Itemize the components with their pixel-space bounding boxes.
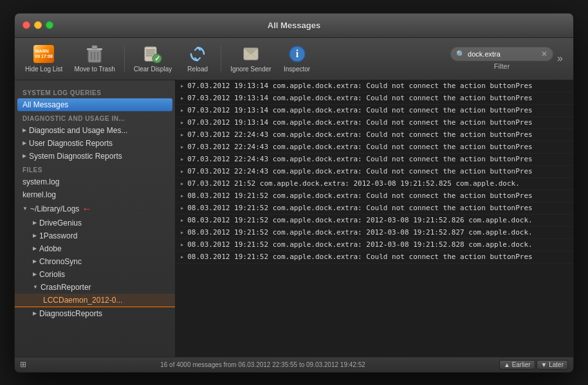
sidebar-item-kernel-log[interactable]: kernel.log — [15, 188, 175, 201]
log-row-triangle: ▶ — [181, 193, 183, 199]
search-clear-icon[interactable]: ✕ — [541, 49, 547, 58]
log-row-triangle: ▶ — [181, 242, 183, 247]
search-box[interactable]: 🔍 ✕ — [450, 47, 553, 61]
log-row-triangle: ▶ — [181, 84, 183, 89]
log-row[interactable]: ▶08.03.2012 19:21:52 com.apple.dock.extr… — [176, 190, 573, 202]
ignore-sender-button[interactable]: Ignore Sender — [225, 41, 276, 76]
svg-rect-8 — [146, 51, 155, 53]
statusbar: ⊞ 16 of 4000 messages from 06.03.2012 22… — [15, 357, 573, 372]
log-row[interactable]: ▶08.03.2012 19:21:52 com.apple.dock.extr… — [176, 227, 573, 239]
svg-rect-2 — [92, 46, 97, 49]
log-row-text: 07.03.2012 19:13:14 com.apple.dock.extra… — [187, 81, 532, 91]
later-button[interactable]: ▼ Later — [537, 360, 568, 370]
toolbar-overflow-button[interactable]: » — [555, 53, 565, 64]
inspector-button[interactable]: i Inspector — [278, 41, 317, 76]
main-content: SYSTEM LOG QUERIES All Messages DIAGNOST… — [15, 80, 573, 357]
log-row[interactable]: ▶08.03.2012 19:21:52 com.apple.dock.extr… — [176, 251, 573, 264]
move-to-trash-button[interactable]: Move to Trash — [69, 41, 120, 76]
diagnosticreports-label: DiagnosticReports — [39, 309, 102, 318]
sidebar-item-all-messages[interactable]: All Messages — [17, 98, 172, 111]
log-row-triangle: ▶ — [181, 181, 183, 186]
triangle-icon: ▼ — [23, 206, 28, 211]
sidebar-item-drivegenius[interactable]: ▶ DriveGenius — [15, 217, 175, 229]
sidebar-item-system-log[interactable]: system.log — [15, 175, 175, 188]
toolbar: WARN09 17:08 Hide Log List Move to Trash — [15, 38, 573, 80]
sidebar-item-diagnosticreports[interactable]: ▶ DiagnosticReports — [15, 307, 175, 320]
system-reports-label: System Diagnostic Reports — [29, 152, 122, 161]
triangle-icon: ▶ — [23, 153, 26, 159]
triangle-icon: ▶ — [33, 246, 37, 251]
section-diagnostic-header: DIAGNOSTIC AND USAGE IN... — [15, 111, 175, 124]
log-row[interactable]: ▶07.03.2012 22:24:43 com.apple.dock.extr… — [176, 129, 573, 141]
1password-label: 1Password — [39, 231, 77, 240]
reload-button[interactable]: Reload — [178, 41, 217, 76]
log-row-triangle: ▶ — [181, 157, 183, 162]
sidebar-item-user-reports[interactable]: ▶ User Diagnostic Reports — [15, 137, 175, 150]
log-content[interactable]: ▶07.03.2012 19:13:14 com.apple.dock.extr… — [176, 80, 573, 357]
log-row[interactable]: ▶07.03.2012 21:52 com.apple.dock.extra: … — [176, 178, 573, 190]
section-queries-header: SYSTEM LOG QUERIES — [15, 85, 175, 98]
inspector-label: Inspector — [284, 66, 310, 73]
log-row[interactable]: ▶07.03.2012 19:13:14 com.apple.dock.extr… — [176, 93, 573, 105]
reload-icon — [187, 44, 208, 64]
titlebar: All Messages — [15, 13, 573, 38]
svg-text:✓: ✓ — [154, 55, 160, 62]
triangle-icon: ▶ — [33, 310, 37, 316]
sidebar-item-diagnostic-usage[interactable]: ▶ Diagnostic and Usage Mes... — [15, 124, 175, 137]
clear-display-label: Clear Display — [134, 66, 172, 73]
log-row[interactable]: ▶08.03.2012 19:21:52 com.apple.dock.extr… — [176, 215, 573, 227]
maximize-button[interactable] — [46, 21, 53, 29]
status-nav: ▲ Earlier ▼ Later — [499, 360, 568, 370]
traffic-lights — [23, 21, 53, 29]
clear-display-button[interactable]: ✓ Clear Display — [129, 41, 177, 76]
log-row[interactable]: ▶07.03.2012 22:24:43 com.apple.dock.extr… — [176, 141, 573, 154]
triangle-icon: ▼ — [33, 284, 38, 290]
minimize-button[interactable] — [34, 21, 42, 29]
log-row[interactable]: ▶07.03.2012 19:13:14 com.apple.dock.extr… — [176, 80, 573, 93]
triangle-icon: ▶ — [23, 140, 26, 146]
inspector-icon: i — [287, 44, 308, 64]
sidebar-item-chronosync[interactable]: ▶ ChronoSync — [15, 255, 175, 268]
triangle-icon: ▶ — [33, 258, 37, 264]
log-row[interactable]: ▶07.03.2012 22:24:43 com.apple.dock.extr… — [176, 154, 573, 166]
log-row[interactable]: ▶08.03.2012 19:21:52 com.apple.dock.extr… — [176, 239, 573, 251]
sidebar-item-adobe[interactable]: ▶ Adobe — [15, 242, 175, 255]
log-row-text: 08.03.2012 19:21:52 com.apple.dock.extra… — [187, 228, 532, 238]
log-row[interactable]: ▶07.03.2012 19:13:14 com.apple.dock.extr… — [176, 117, 573, 129]
log-row-text: 08.03.2012 19:21:52 com.apple.dock.extra… — [187, 215, 532, 226]
triangle-icon: ▶ — [33, 233, 37, 238]
triangle-icon: ▶ — [33, 271, 37, 277]
log-row[interactable]: ▶08.03.2012 19:21:52 com.apple.dock.extr… — [176, 202, 573, 215]
section-files-header: FILES — [15, 163, 175, 175]
sidebar-item-library-logs[interactable]: ▼ ~/Library/Logs ← — [15, 201, 175, 217]
svg-rect-10 — [146, 55, 152, 57]
close-button[interactable] — [23, 21, 30, 29]
library-logs-label: ~/Library/Logs ← — [30, 203, 92, 215]
sidebar-item-system-reports[interactable]: ▶ System Diagnostic Reports — [15, 150, 175, 163]
log-row-text: 08.03.2012 19:21:52 com.apple.dock.extra… — [187, 252, 532, 262]
sidebar-item-lccdaemon[interactable]: LCCDaemon_2012-0... — [15, 294, 175, 307]
diagnostic-usage-label: Diagnostic and Usage Mes... — [29, 126, 127, 135]
earlier-button[interactable]: ▲ Earlier — [499, 360, 535, 370]
log-row-triangle: ▶ — [181, 108, 183, 113]
filter-label: Filter — [494, 62, 510, 70]
crashreporter-label: CrashReporter — [41, 283, 91, 292]
trash-icon — [84, 44, 105, 64]
log-row-text: 07.03.2012 21:52 com.apple.dock.extra: 2… — [187, 179, 520, 189]
sidebar-item-coriolis[interactable]: ▶ Coriolis — [15, 268, 175, 281]
red-arrow-annotation: ← — [82, 203, 92, 215]
log-row[interactable]: ▶07.03.2012 19:13:14 com.apple.dock.extr… — [176, 105, 573, 117]
search-input[interactable] — [468, 50, 538, 58]
log-row[interactable]: ▶07.03.2012 22:24:43 com.apple.dock.extr… — [176, 166, 573, 178]
hide-log-label: Hide Log List — [25, 66, 62, 73]
lccdaemon-label: LCCDaemon_2012-0... — [43, 296, 122, 305]
sidebar-item-1password[interactable]: ▶ 1Password — [15, 229, 175, 242]
hide-log-list-button[interactable]: WARN09 17:08 Hide Log List — [20, 41, 68, 76]
adobe-label: Adobe — [39, 244, 62, 253]
status-photo-icon[interactable]: ⊞ — [20, 360, 26, 369]
ignore-sender-label: Ignore Sender — [230, 66, 271, 73]
log-row-triangle: ▶ — [181, 145, 183, 150]
svg-text:i: i — [295, 48, 299, 59]
sidebar-item-crashreporter[interactable]: ▼ CrashReporter — [15, 281, 175, 294]
triangle-icon: ▶ — [23, 127, 26, 133]
